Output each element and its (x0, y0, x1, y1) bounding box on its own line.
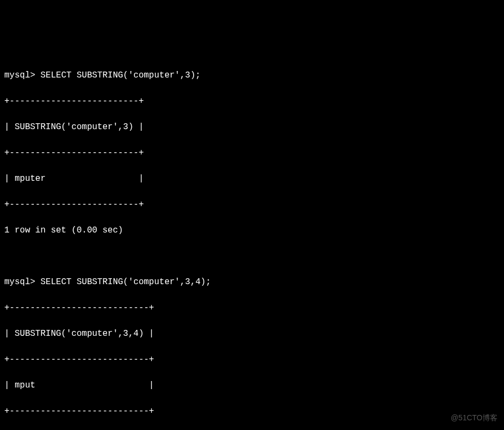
table-border: +-------------------------+ (4, 146, 500, 159)
table-row: | mput | (4, 379, 500, 392)
watermark-text: @51CTO博客 (451, 412, 498, 424)
mysql-prompt: mysql> (4, 277, 40, 287)
table-border: +---------------------------+ (4, 353, 500, 366)
table-row: | mputer | (4, 172, 500, 185)
table-border: +-------------------------+ (4, 95, 500, 108)
table-border: +---------------------------+ (4, 405, 500, 418)
sql-command: SELECT SUBSTRING('computer',3); (40, 71, 201, 80)
table-header: | SUBSTRING('computer',3,4) | (4, 327, 500, 340)
status-line: 1 row in set (0.00 sec) (4, 224, 500, 237)
table-border: +-------------------------+ (4, 198, 500, 211)
terminal-output: mysql> SELECT SUBSTRING('computer',3); +… (4, 56, 500, 430)
table-border: +---------------------------+ (4, 301, 500, 314)
sql-command: SELECT SUBSTRING('computer',3,4); (40, 277, 211, 287)
query-line: mysql> SELECT SUBSTRING('computer',3,4); (4, 276, 500, 288)
table-header: | SUBSTRING('computer',3) | (4, 121, 500, 133)
query-line: mysql> SELECT SUBSTRING('computer',3); (4, 69, 500, 82)
blank-line (4, 250, 500, 263)
mysql-prompt: mysql> (4, 71, 40, 80)
